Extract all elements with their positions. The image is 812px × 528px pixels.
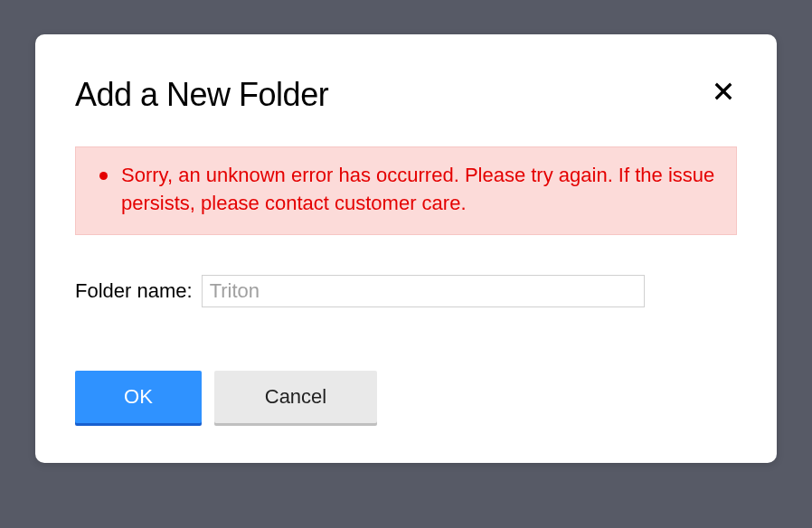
dialog-header: Add a New Folder — [75, 76, 737, 114]
error-alert: Sorry, an unknown error has occurred. Pl… — [75, 146, 737, 235]
folder-name-label: Folder name: — [75, 279, 193, 303]
folder-name-input[interactable] — [202, 275, 645, 307]
close-button[interactable] — [710, 78, 737, 105]
error-message: Sorry, an unknown error has occurred. Pl… — [94, 162, 718, 218]
ok-button[interactable]: OK — [75, 371, 202, 423]
dialog-title: Add a New Folder — [75, 76, 328, 114]
error-list: Sorry, an unknown error has occurred. Pl… — [94, 162, 718, 218]
add-folder-dialog: Add a New Folder Sorry, an unknown error… — [35, 34, 777, 463]
dialog-actions: OK Cancel — [75, 371, 737, 423]
close-icon — [713, 81, 733, 101]
cancel-button[interactable]: Cancel — [214, 371, 377, 423]
folder-name-row: Folder name: — [75, 275, 737, 307]
